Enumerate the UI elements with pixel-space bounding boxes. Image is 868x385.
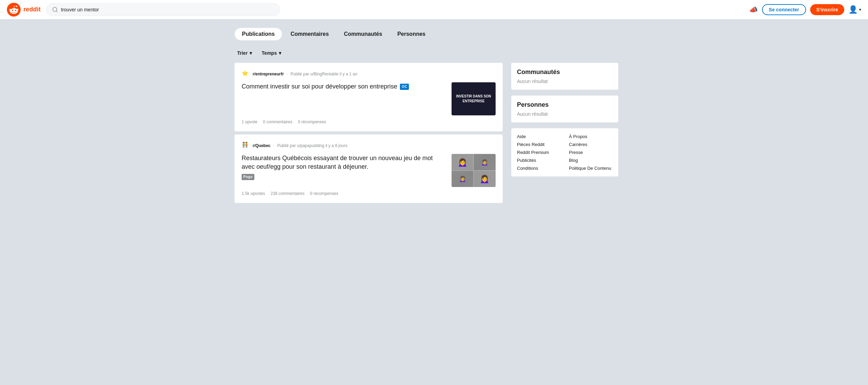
time-label: Temps [262,50,277,56]
tab-personnes[interactable]: Personnes [390,28,432,41]
comments-count: 0 commentaires [263,119,292,124]
time-filter[interactable]: Temps ▾ [259,49,284,57]
post-thumbnail: INVESTIR DANS SON ENTREPRISE [452,82,496,115]
footer-link-blog[interactable]: Blog [569,158,613,163]
post-meta: ⭐ r/entrepreneurfr · Publié par u/BlogRe… [242,70,496,78]
post-time: il y a 8 jours [326,143,348,148]
upvotes-count: 1.5k upvotes [242,191,265,196]
people-title: Personnes [517,101,613,108]
signup-button[interactable]: S'inscrire [810,4,844,15]
chevron-down-icon: ▾ [279,50,281,56]
tab-communautes[interactable]: Communautés [337,28,389,41]
comments-count: 238 commentaires [271,191,305,196]
post-title: Restaurateurs Québécois essayant de trou… [242,154,446,180]
user-icon: 👤 [848,5,858,14]
communities-empty: Aucun résultat [517,79,613,84]
tab-commentaires[interactable]: Commentaires [284,28,336,41]
svg-point-1 [53,7,57,11]
search-icon [52,7,58,13]
communities-box: Communautés Aucun résultat [511,63,618,90]
footer-link-pieces[interactable]: Pièces Reddit [517,142,561,147]
posts-column: ⭐ r/entrepreneurfr · Publié par u/BlogRe… [234,63,503,203]
post-meta: 🧑‍🤝‍🧑 r/Quebec · Publié par u/papapuddin… [242,142,496,150]
post-title-text: Restaurateurs Québécois essayant de trou… [242,154,446,171]
post-stats: 1.5k upvotes 238 commentaires 0 récompen… [242,191,496,196]
post-title-text: Comment investir sur soi pour développer… [242,82,397,91]
announce-icon[interactable]: 📣 [749,6,758,14]
post-text: Restaurateurs Québécois essayant de trou… [242,154,446,180]
sidebar-column: Communautés Aucun résultat Personnes Auc… [511,63,618,177]
subreddit-name[interactable]: r/entrepreneurfr [253,72,284,76]
post-body: Restaurateurs Québécois essayant de trou… [242,154,496,187]
footer-link-aide[interactable]: Aide [517,134,561,139]
rewards-count: 0 récompenses [298,119,326,124]
footer-link-carrieres[interactable]: Carrières [569,142,613,147]
separator: · [287,72,288,76]
communities-title: Communautés [517,69,613,76]
filters-bar: Trier ▾ Temps ▾ [234,49,634,57]
post-attribution: Publié par u/papapudding il y a 8 jours [277,143,347,148]
chevron-down-icon: ▾ [250,50,252,56]
footer-link-apropos[interactable]: À Propos [569,134,613,139]
footer-link-premium[interactable]: Reddit Premium [517,150,561,155]
subreddit-name[interactable]: r/Quebec [253,143,271,148]
page-wrapper: Publications Commentaires Communautés Pe… [227,19,641,211]
footer-link-publicites[interactable]: Publicités [517,158,561,163]
post-attribution: Publié par u/BlogRentable il y a 1 an [290,72,357,76]
footer-links: Aide À Propos Pièces Reddit Carrières Re… [511,128,618,177]
post-text: Comment investir sur soi pour développer… [242,82,446,91]
people-empty: Aucun résultat [517,111,613,117]
tabs-nav: Publications Commentaires Communautés Pe… [234,28,634,41]
thumbnail-text: INVESTIR DANS SON ENTREPRISE [452,91,496,106]
upvotes-count: 1 upvote [242,119,257,124]
post-body: Comment investir sur soi pour développer… [242,82,496,115]
post-time: il y a 1 an [340,72,357,76]
author-link[interactable]: u/papapudding [297,143,324,148]
footer-link-conditions[interactable]: Conditions [517,166,561,171]
subreddit-icon: ⭐ [242,70,250,78]
post-badge: OC [400,84,409,90]
rewards-count: 0 récompenses [310,191,338,196]
sort-label: Trier [237,50,247,56]
content-layout: ⭐ r/entrepreneurfr · Publié par u/BlogRe… [234,63,634,203]
search-bar[interactable] [46,3,280,16]
post-card[interactable]: 🧑‍🤝‍🧑 r/Quebec · Publié par u/papapuddin… [234,134,503,203]
post-title: Comment investir sur soi pour développer… [242,82,446,91]
author-link[interactable]: u/BlogRentable [310,72,338,76]
login-button[interactable]: Se connecter [762,4,806,15]
post-stats: 1 upvote 0 commentaires 0 récompenses [242,119,496,124]
post-badge: Pogo [242,174,254,180]
tab-publications[interactable]: Publications [234,28,282,41]
sort-filter[interactable]: Trier ▾ [234,49,255,57]
footer-link-politique[interactable]: Politique De Contenu [569,166,613,171]
post-thumbnail: 🙍‍♀️ 🙍‍♀️ 🙍‍♀️ 🙍‍♀️ [452,154,496,187]
people-box: Personnes Aucun résultat [511,95,618,123]
reddit-logo[interactable]: reddit [7,3,41,17]
search-input[interactable] [61,7,274,12]
subreddit-icon: 🧑‍🤝‍🧑 [242,142,250,150]
header: reddit 📣 Se connecter S'inscrire 👤 ▾ [0,0,868,19]
chevron-down-icon: ▾ [859,7,861,12]
separator: · [273,143,274,148]
post-card[interactable]: ⭐ r/entrepreneurfr · Publié par u/BlogRe… [234,63,503,132]
logo-text: reddit [23,6,41,13]
user-menu[interactable]: 👤 ▾ [848,5,861,14]
footer-link-presse[interactable]: Presse [569,150,613,155]
header-actions: 📣 Se connecter S'inscrire 👤 ▾ [749,4,861,15]
